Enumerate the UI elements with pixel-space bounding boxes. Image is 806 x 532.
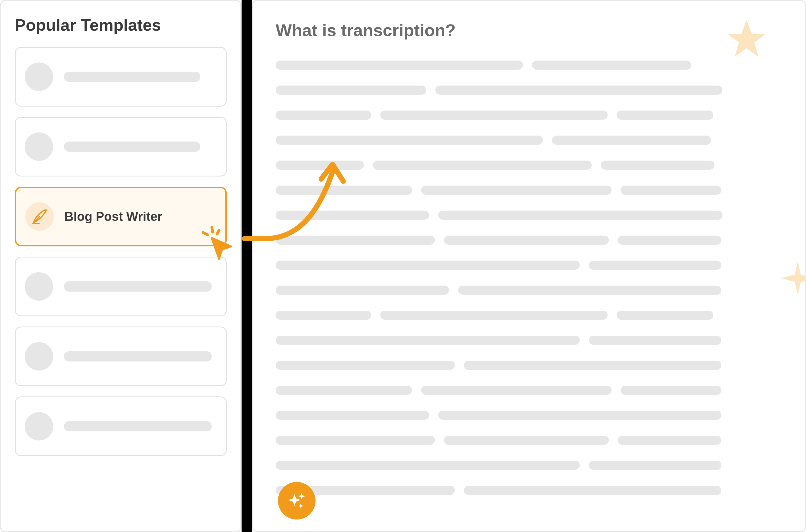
- content-text-placeholder: [276, 60, 782, 495]
- text-row: [276, 461, 782, 470]
- text-segment: [436, 86, 723, 95]
- template-item[interactable]: [15, 256, 227, 316]
- svg-line-3: [217, 230, 219, 234]
- text-segment: [552, 136, 711, 145]
- text-segment: [276, 211, 429, 220]
- sparkle-star-icon: [779, 260, 806, 298]
- text-segment: [380, 111, 608, 120]
- text-segment: [276, 286, 449, 295]
- text-segment: [276, 60, 523, 70]
- template-label-placeholder: [64, 281, 212, 291]
- text-segment: [373, 160, 592, 170]
- text-segment: [276, 336, 580, 345]
- text-segment: [276, 235, 435, 245]
- text-segment: [464, 361, 721, 370]
- text-row: [276, 136, 782, 145]
- text-row: [276, 86, 782, 95]
- text-segment: [618, 235, 721, 245]
- text-segment: [458, 286, 721, 295]
- text-row: [276, 386, 782, 395]
- text-segment: [532, 60, 691, 70]
- template-item[interactable]: [15, 117, 227, 176]
- template-label-placeholder: [64, 141, 200, 152]
- sidebar-title: Popular Templates: [15, 15, 227, 34]
- text-segment: [276, 461, 580, 470]
- text-row: [276, 436, 782, 445]
- text-segment: [617, 111, 713, 120]
- text-row: [276, 186, 782, 195]
- svg-line-1: [212, 227, 213, 232]
- text-segment: [276, 136, 543, 145]
- template-avatar-placeholder: [25, 412, 53, 440]
- quill-icon: [31, 208, 48, 225]
- text-segment: [617, 311, 713, 320]
- text-segment: [276, 361, 455, 370]
- ai-sparkle-badge[interactable]: [278, 482, 315, 519]
- text-segment: [276, 436, 435, 445]
- text-segment: [276, 311, 371, 320]
- text-segment: [380, 311, 608, 320]
- text-segment: [621, 186, 721, 195]
- text-row: [276, 311, 782, 320]
- template-item-blog-post-writer[interactable]: Blog Post Writer: [15, 187, 227, 246]
- text-segment: [601, 160, 714, 170]
- text-row: [276, 235, 782, 245]
- content-panel: What is transcription?: [252, 0, 806, 532]
- vertical-divider: [242, 0, 252, 532]
- text-segment: [438, 411, 721, 420]
- text-row: [276, 261, 782, 270]
- text-segment: [421, 386, 612, 395]
- text-row: [276, 486, 782, 495]
- text-segment: [276, 261, 580, 270]
- svg-line-2: [203, 232, 208, 235]
- text-row: [276, 336, 782, 345]
- text-segment: [444, 436, 609, 445]
- text-row: [276, 211, 782, 220]
- text-segment: [438, 211, 723, 220]
- text-segment: [589, 461, 721, 470]
- text-segment: [276, 186, 412, 195]
- template-avatar-placeholder: [25, 342, 53, 370]
- text-segment: [618, 436, 721, 445]
- text-segment: [589, 336, 721, 345]
- template-item[interactable]: [15, 396, 227, 456]
- text-row: [276, 160, 782, 170]
- template-item[interactable]: [15, 47, 227, 107]
- text-segment: [276, 160, 364, 170]
- template-label-placeholder: [64, 72, 200, 82]
- template-avatar-quill: [25, 202, 54, 231]
- template-label-placeholder: [64, 421, 212, 431]
- text-segment: [621, 386, 721, 395]
- template-label: Blog Post Writer: [64, 209, 162, 224]
- text-segment: [421, 186, 612, 195]
- text-row: [276, 361, 782, 370]
- text-segment: [444, 235, 609, 245]
- template-item[interactable]: [15, 326, 227, 386]
- text-segment: [464, 486, 721, 495]
- text-segment: [589, 261, 721, 270]
- text-segment: [276, 386, 412, 395]
- template-avatar-placeholder: [25, 132, 53, 161]
- template-avatar-placeholder: [25, 62, 53, 91]
- text-segment: [276, 111, 371, 120]
- text-row: [276, 111, 782, 120]
- sparkle-star-icon: [725, 18, 768, 61]
- text-row: [276, 60, 782, 70]
- text-segment: [276, 411, 429, 420]
- sidebar: Popular Templates Blog Post Writer: [0, 0, 242, 532]
- content-title: What is transcription?: [276, 20, 782, 40]
- text-row: [276, 286, 782, 295]
- template-avatar-placeholder: [25, 272, 53, 301]
- text-segment: [276, 86, 426, 95]
- template-label-placeholder: [64, 351, 212, 361]
- text-row: [276, 411, 782, 420]
